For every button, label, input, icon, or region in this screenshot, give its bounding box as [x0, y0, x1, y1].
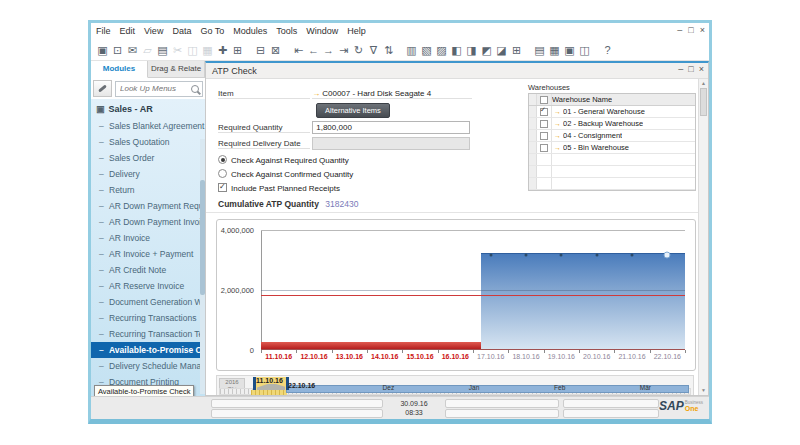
- header-checkbox-cell[interactable]: [537, 94, 552, 105]
- radio-confirmed-row[interactable]: Check Against Confirmed Quantity: [218, 169, 353, 179]
- data-point-marker[interactable]: [489, 253, 492, 256]
- checkbox-cell[interactable]: [537, 130, 552, 141]
- sidebar-scrollbar[interactable]: [200, 139, 205, 394]
- menu-go-to[interactable]: Go To: [200, 26, 224, 36]
- checkbox-unchecked-icon[interactable]: [540, 120, 548, 128]
- sidebar-item-recurring-transaction-te[interactable]: –Recurring Transaction Te: [91, 326, 205, 342]
- sidebar-item-ar-invoice[interactable]: –AR Invoice: [91, 230, 205, 246]
- module-header-sales-ar[interactable]: ▣ Sales - AR: [91, 99, 205, 118]
- checkbox-cell[interactable]: [537, 118, 552, 129]
- restore-icon[interactable]: □: [688, 63, 693, 76]
- first-record-icon[interactable]: ⇤: [291, 42, 306, 58]
- timeline-bar[interactable]: [286, 385, 689, 393]
- sidebar-item-available-to-promise-che[interactable]: –Available-to-Promise Che: [91, 342, 205, 358]
- warehouse-row-05-bin-warehouse[interactable]: →05 - Bin Warehouse: [529, 142, 695, 154]
- gross-profit-icon[interactable]: ◨: [464, 42, 479, 58]
- sidebar-item-sales-blanket-agreement[interactable]: –Sales Blanket Agreement: [91, 118, 205, 134]
- minimize-icon[interactable]: –: [677, 24, 682, 36]
- row-selector-cell[interactable]: [529, 106, 537, 117]
- scroll-down-icon[interactable]: ▼: [699, 387, 708, 394]
- move-icon[interactable]: ✚: [215, 42, 230, 58]
- radio-required-row[interactable]: Check Against Required Quantity: [218, 155, 349, 165]
- data-point-marker[interactable]: [631, 253, 634, 256]
- menu-help[interactable]: Help: [347, 26, 366, 36]
- row-selector-cell[interactable]: [529, 130, 537, 141]
- menu-edit[interactable]: Edit: [120, 26, 136, 36]
- journal-entry-icon[interactable]: ▧: [419, 42, 434, 58]
- add-record-icon[interactable]: ⊠: [268, 42, 283, 58]
- scrollbar-thumb[interactable]: [700, 88, 707, 116]
- last-record-icon[interactable]: ⇥: [336, 42, 351, 58]
- warehouse-row-01-general-warehouse[interactable]: →01 - General Warehouse: [529, 106, 695, 118]
- menu-modules[interactable]: Modules: [233, 26, 267, 36]
- volume-weight-icon[interactable]: ◩: [479, 42, 494, 58]
- sidebar-item-ar-reserve-invoice[interactable]: –AR Reserve Invoice: [91, 278, 205, 294]
- row-selector-cell[interactable]: [529, 142, 537, 153]
- atp-scrollbar[interactable]: ▲ ▼: [698, 79, 708, 395]
- transaction-journal-icon[interactable]: ▥: [404, 42, 419, 58]
- radio-checked-icon[interactable]: [218, 155, 227, 164]
- user-defined-fields-icon[interactable]: ◫: [577, 42, 592, 58]
- menu-tools[interactable]: Tools: [276, 26, 297, 36]
- row-selector-cell[interactable]: [529, 178, 537, 189]
- close-icon[interactable]: ×: [699, 63, 704, 76]
- target-document-icon[interactable]: ⊞: [509, 42, 524, 58]
- sidebar-item-ar-down-payment-invoic[interactable]: –AR Down Payment Invoic: [91, 214, 205, 230]
- email-icon[interactable]: ✉: [125, 42, 140, 58]
- item-field[interactable]: →C00007 - Hard Disk Seagate 4: [312, 89, 472, 99]
- sort-table-icon[interactable]: ⇅: [381, 42, 396, 58]
- required-quantity-input[interactable]: [312, 121, 470, 134]
- print-icon[interactable]: ▤: [155, 42, 170, 58]
- find-form-icon[interactable]: ▣: [95, 42, 110, 58]
- link-arrow-icon[interactable]: →: [554, 144, 561, 151]
- maximize-icon[interactable]: □: [688, 24, 693, 36]
- refresh-record-icon[interactable]: ↻: [351, 42, 366, 58]
- close-icon[interactable]: ×: [700, 24, 705, 36]
- tab-modules[interactable]: Modules: [91, 61, 148, 78]
- sidebar-item-ar-invoice-payment[interactable]: –AR Invoice + Payment: [91, 246, 205, 262]
- menu-file[interactable]: File: [96, 26, 111, 36]
- checkbox-cell[interactable]: [537, 142, 552, 153]
- sidebar-item-sales-quotation[interactable]: –Sales Quotation: [91, 134, 205, 150]
- warehouse-row-04-consignment[interactable]: →04 - Consignment: [529, 130, 695, 142]
- find-record-icon[interactable]: ⊟: [253, 42, 268, 58]
- form-settings-icon[interactable]: ⊞: [230, 42, 245, 58]
- checkbox-icon[interactable]: [540, 96, 548, 104]
- include-past-receipts-row[interactable]: Include Past Planned Receipts: [218, 183, 340, 193]
- row-selector-cell[interactable]: [529, 154, 537, 165]
- timeline-navigator[interactable]: 2016 Okt 11.10.16 22.10.16 DezJanFebMär: [216, 375, 694, 395]
- data-point-marker[interactable]: [595, 253, 598, 256]
- sidebar-item-document-generation-wi[interactable]: –Document Generation Wi: [91, 294, 205, 310]
- row-selector-cell[interactable]: [529, 166, 537, 177]
- document-journal-icon[interactable]: ▨: [434, 42, 449, 58]
- row-selector-cell[interactable]: [529, 118, 537, 129]
- atp-title-bar[interactable]: ATP Check – □ ×: [206, 63, 708, 79]
- chart-report-icon[interactable]: ▦: [547, 42, 562, 58]
- link-arrow-icon[interactable]: →: [554, 132, 561, 139]
- checkbox-unchecked-icon[interactable]: [540, 144, 548, 152]
- sidebar-item-ar-credit-note[interactable]: –AR Credit Note: [91, 262, 205, 278]
- menu-settings-button[interactable]: [93, 80, 112, 97]
- help-icon[interactable]: ?: [600, 42, 615, 58]
- data-point-marker[interactable]: [560, 253, 563, 256]
- settings-icon[interactable]: ▣: [562, 42, 577, 58]
- link-arrow-icon[interactable]: →: [554, 108, 561, 115]
- previous-record-icon[interactable]: ←: [306, 42, 321, 58]
- sidebar-item-return[interactable]: –Return: [91, 182, 205, 198]
- data-point-marker-selected[interactable]: [664, 251, 671, 258]
- filter-table-icon[interactable]: ∇: [366, 42, 381, 58]
- sidebar-item-ar-down-payment-requ[interactable]: –AR Down Payment Requ: [91, 198, 205, 214]
- menu-data[interactable]: Data: [172, 26, 191, 36]
- checkbox-checked-icon[interactable]: [540, 108, 548, 116]
- next-record-icon[interactable]: →: [321, 42, 336, 58]
- base-document-icon[interactable]: ◪: [494, 42, 509, 58]
- minimize-icon[interactable]: –: [678, 63, 683, 76]
- data-point-marker[interactable]: [525, 253, 528, 256]
- tab-drag-and-relate[interactable]: Drag & Relate: [148, 61, 205, 78]
- link-arrow-icon[interactable]: →: [554, 120, 561, 127]
- message-log-icon[interactable]: ▤: [532, 42, 547, 58]
- checkbox-checked-icon[interactable]: [218, 183, 227, 192]
- search-input[interactable]: [118, 83, 191, 94]
- warehouse-row-02-backup-warehouse[interactable]: →02 - Backup Warehouse: [529, 118, 695, 130]
- link-arrow-icon[interactable]: →: [312, 89, 320, 98]
